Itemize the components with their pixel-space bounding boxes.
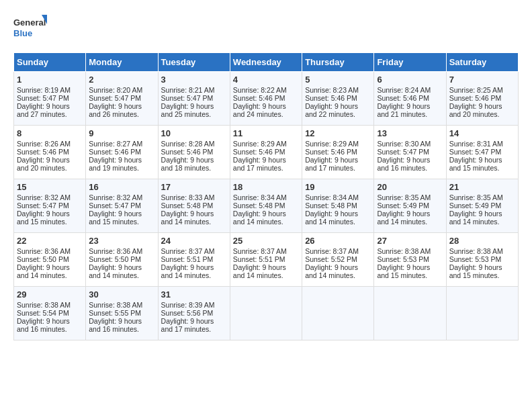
day-number: 25: [233, 236, 299, 246]
header-row: SundayMondayTuesdayWednesdayThursdayFrid…: [14, 53, 519, 72]
calendar-cell: 11 Sunrise: 8:29 AM Sunset: 5:46 PM Dayl…: [230, 126, 302, 179]
calendar-cell: 10 Sunrise: 8:28 AM Sunset: 5:46 PM Dayl…: [158, 126, 230, 179]
day-number: 14: [449, 128, 515, 138]
daylight-label: Daylight: 9 hours and 15 minutes.: [449, 263, 502, 279]
week-row: 29 Sunrise: 8:38 AM Sunset: 5:54 PM Dayl…: [14, 287, 519, 340]
sunrise-label: Sunrise: 8:19 AM: [17, 86, 71, 94]
col-header-saturday: Saturday: [446, 53, 518, 72]
sunrise-label: Sunrise: 8:30 AM: [377, 140, 431, 148]
daylight-label: Daylight: 9 hours and 19 minutes.: [89, 156, 142, 172]
calendar-cell: 19 Sunrise: 8:34 AM Sunset: 5:48 PM Dayl…: [302, 179, 374, 233]
week-row: 15 Sunrise: 8:32 AM Sunset: 5:47 PM Dayl…: [14, 179, 519, 233]
calendar-cell: 14 Sunrise: 8:31 AM Sunset: 5:47 PM Dayl…: [446, 126, 518, 179]
daylight-label: Daylight: 9 hours and 15 minutes.: [17, 210, 70, 226]
calendar-cell: 9 Sunrise: 8:27 AM Sunset: 5:46 PM Dayli…: [86, 126, 158, 179]
sunset-label: Sunset: 5:50 PM: [17, 255, 69, 263]
daylight-label: Daylight: 9 hours and 21 minutes.: [377, 102, 430, 118]
daylight-label: Daylight: 9 hours and 15 minutes.: [89, 210, 142, 226]
calendar-cell: 4 Sunrise: 8:22 AM Sunset: 5:46 PM Dayli…: [230, 72, 302, 126]
sunrise-label: Sunrise: 8:38 AM: [449, 247, 503, 255]
day-number: 3: [161, 75, 227, 85]
sunset-label: Sunset: 5:47 PM: [89, 201, 141, 210]
sunrise-label: Sunrise: 8:29 AM: [305, 140, 359, 148]
sunrise-label: Sunrise: 8:38 AM: [89, 301, 142, 309]
sunrise-label: Sunrise: 8:39 AM: [161, 301, 215, 309]
day-number: 30: [89, 289, 154, 300]
sunrise-label: Sunrise: 8:34 AM: [233, 193, 287, 201]
calendar-cell: 16 Sunrise: 8:32 AM Sunset: 5:47 PM Dayl…: [86, 179, 158, 233]
daylight-label: Daylight: 9 hours and 27 minutes.: [17, 102, 70, 118]
svg-text:Blue: Blue: [13, 28, 32, 38]
sunset-label: Sunset: 5:47 PM: [17, 94, 69, 102]
sunset-label: Sunset: 5:48 PM: [161, 201, 214, 210]
sunset-label: Sunset: 5:52 PM: [305, 255, 357, 263]
calendar-cell: 12 Sunrise: 8:29 AM Sunset: 5:46 PM Dayl…: [302, 126, 374, 179]
day-number: 16: [89, 182, 154, 192]
daylight-label: Daylight: 9 hours and 16 minutes.: [89, 317, 142, 333]
svg-text:General: General: [13, 17, 46, 28]
day-number: 28: [449, 236, 515, 246]
calendar-cell: 15 Sunrise: 8:32 AM Sunset: 5:47 PM Dayl…: [14, 179, 86, 233]
day-number: 1: [17, 75, 83, 85]
sunset-label: Sunset: 5:47 PM: [449, 148, 502, 156]
sunset-label: Sunset: 5:46 PM: [305, 148, 357, 156]
sunset-label: Sunset: 5:54 PM: [17, 309, 69, 317]
calendar-cell: 25 Sunrise: 8:37 AM Sunset: 5:51 PM Dayl…: [230, 233, 302, 287]
calendar-cell: 2 Sunrise: 8:20 AM Sunset: 5:47 PM Dayli…: [86, 72, 158, 126]
daylight-label: Daylight: 9 hours and 14 minutes.: [305, 263, 358, 279]
day-number: 15: [17, 182, 83, 192]
daylight-label: Daylight: 9 hours and 17 minutes.: [305, 156, 358, 172]
calendar-cell: 1 Sunrise: 8:19 AM Sunset: 5:47 PM Dayli…: [14, 72, 86, 126]
sunrise-label: Sunrise: 8:38 AM: [377, 247, 431, 255]
calendar-cell: 3 Sunrise: 8:21 AM Sunset: 5:47 PM Dayli…: [158, 72, 230, 126]
sunset-label: Sunset: 5:55 PM: [89, 309, 141, 317]
col-header-friday: Friday: [374, 53, 446, 72]
daylight-label: Daylight: 9 hours and 14 minutes.: [89, 263, 142, 279]
sunrise-label: Sunrise: 8:37 AM: [233, 247, 287, 255]
sunset-label: Sunset: 5:46 PM: [233, 94, 285, 102]
page-header: General Blue: [13, 13, 519, 42]
calendar-cell: 7 Sunrise: 8:25 AM Sunset: 5:46 PM Dayli…: [446, 72, 518, 126]
day-number: 11: [233, 128, 299, 138]
daylight-label: Daylight: 9 hours and 16 minutes.: [377, 156, 430, 172]
day-number: 13: [377, 128, 443, 138]
sunrise-label: Sunrise: 8:35 AM: [449, 193, 503, 201]
sunrise-label: Sunrise: 8:37 AM: [305, 247, 359, 255]
day-number: 22: [17, 236, 83, 246]
daylight-label: Daylight: 9 hours and 17 minutes.: [233, 156, 286, 172]
sunrise-label: Sunrise: 8:35 AM: [377, 193, 431, 201]
sunset-label: Sunset: 5:46 PM: [305, 94, 357, 102]
daylight-label: Daylight: 9 hours and 26 minutes.: [89, 102, 142, 118]
calendar-cell: 13 Sunrise: 8:30 AM Sunset: 5:47 PM Dayl…: [374, 126, 446, 179]
daylight-label: Daylight: 9 hours and 14 minutes.: [449, 210, 502, 226]
daylight-label: Daylight: 9 hours and 14 minutes.: [377, 210, 430, 226]
calendar-cell: [230, 287, 302, 340]
calendar-cell: 22 Sunrise: 8:36 AM Sunset: 5:50 PM Dayl…: [14, 233, 86, 287]
sunset-label: Sunset: 5:46 PM: [377, 94, 429, 102]
day-number: 10: [161, 128, 227, 138]
calendar-cell: 20 Sunrise: 8:35 AM Sunset: 5:49 PM Dayl…: [374, 179, 446, 233]
calendar-cell: 30 Sunrise: 8:38 AM Sunset: 5:55 PM Dayl…: [86, 287, 158, 340]
sunrise-label: Sunrise: 8:29 AM: [233, 140, 287, 148]
daylight-label: Daylight: 9 hours and 15 minutes.: [449, 156, 502, 172]
daylight-label: Daylight: 9 hours and 15 minutes.: [377, 263, 430, 279]
sunrise-label: Sunrise: 8:38 AM: [17, 301, 71, 309]
day-number: 21: [449, 182, 515, 192]
sunrise-label: Sunrise: 8:23 AM: [305, 86, 359, 94]
daylight-label: Daylight: 9 hours and 14 minutes.: [233, 210, 286, 226]
sunset-label: Sunset: 5:46 PM: [233, 148, 285, 156]
sunrise-label: Sunrise: 8:37 AM: [161, 247, 215, 255]
day-number: 7: [449, 75, 515, 85]
daylight-label: Daylight: 9 hours and 14 minutes.: [17, 263, 70, 279]
sunrise-label: Sunrise: 8:20 AM: [89, 86, 142, 94]
sunset-label: Sunset: 5:53 PM: [377, 255, 429, 263]
sunset-label: Sunset: 5:49 PM: [377, 201, 429, 210]
sunrise-label: Sunrise: 8:27 AM: [89, 140, 142, 148]
calendar-cell: 26 Sunrise: 8:37 AM Sunset: 5:52 PM Dayl…: [302, 233, 374, 287]
calendar-cell: 24 Sunrise: 8:37 AM Sunset: 5:51 PM Dayl…: [158, 233, 230, 287]
sunset-label: Sunset: 5:46 PM: [161, 148, 214, 156]
calendar-cell: 5 Sunrise: 8:23 AM Sunset: 5:46 PM Dayli…: [302, 72, 374, 126]
sunrise-label: Sunrise: 8:32 AM: [17, 193, 71, 201]
calendar-cell: [302, 287, 374, 340]
day-number: 5: [305, 75, 371, 85]
